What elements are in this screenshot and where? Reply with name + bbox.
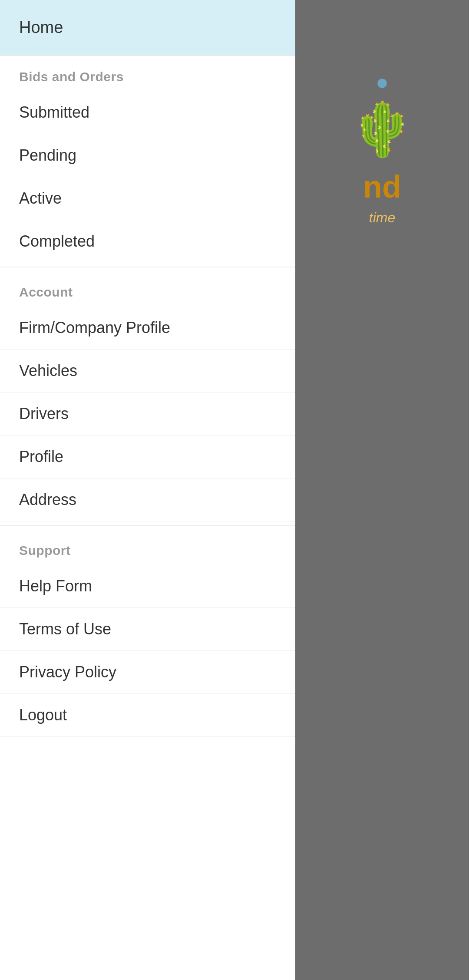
logout-label: Logout [19,706,67,724]
profile-label: Profile [19,448,63,466]
completed-label: Completed [19,232,95,251]
sidebar-item-active[interactable]: Active [0,177,295,220]
privacy-policy-label: Privacy Policy [19,663,116,681]
section-header-bids-orders: Bids and Orders [0,56,295,91]
home-label: Home [19,18,63,37]
firm-company-profile-label: Firm/Company Profile [19,319,170,337]
cactus-icon: 🌵 [350,99,415,160]
help-form-label: Help Form [19,577,92,595]
dot-icon: ● [376,69,389,95]
submitted-label: Submitted [19,103,89,122]
sidebar-item-home[interactable]: Home [0,0,295,56]
sidebar-item-help-form[interactable]: Help Form [0,565,295,608]
main-subtitle: time [369,210,395,226]
section-header-support: Support [0,529,295,565]
sidebar-item-vehicles[interactable]: Vehicles [0,350,295,393]
sidebar-item-firm-company-profile[interactable]: Firm/Company Profile [0,307,295,350]
drivers-label: Drivers [19,405,69,423]
section-divider-1 [0,267,295,267]
main-content: ● 🌵 nd time [295,0,469,980]
sidebar-item-logout[interactable]: Logout [0,694,295,737]
sidebar-item-pending[interactable]: Pending [0,134,295,177]
main-title: nd [363,169,401,205]
active-label: Active [19,189,62,208]
sidebar: Home Bids and Orders Submitted Pending A… [0,0,295,980]
sidebar-item-completed[interactable]: Completed [0,220,295,263]
sidebar-item-terms-of-use[interactable]: Terms of Use [0,608,295,651]
section-header-account: Account [0,271,295,307]
page-container: Home Bids and Orders Submitted Pending A… [0,0,469,980]
section-divider-2 [0,525,295,526]
vehicles-label: Vehicles [19,362,77,380]
sidebar-item-privacy-policy[interactable]: Privacy Policy [0,651,295,694]
pending-label: Pending [19,146,76,165]
sidebar-item-address[interactable]: Address [0,478,295,521]
terms-of-use-label: Terms of Use [19,620,111,638]
sidebar-item-submitted[interactable]: Submitted [0,91,295,134]
sidebar-item-profile[interactable]: Profile [0,436,295,478]
sidebar-item-drivers[interactable]: Drivers [0,393,295,436]
address-label: Address [19,491,76,509]
main-inner: ● 🌵 nd time [341,52,423,243]
